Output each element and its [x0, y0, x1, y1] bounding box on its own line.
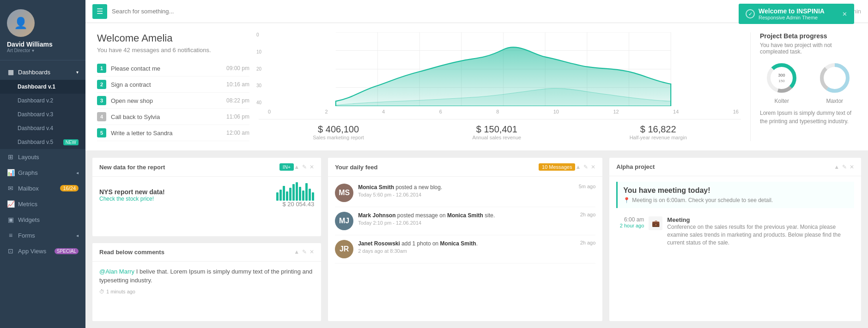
collapse-icon[interactable]: ▲ [294, 249, 299, 255]
close-icon[interactable]: ✕ [310, 164, 314, 170]
feed-item-1: MS Monica Smith posted a new blog. Today… [335, 179, 595, 207]
mini-bar [276, 192, 279, 201]
close-icon[interactable]: ✕ [591, 164, 595, 170]
layouts-icon: ⊞ [7, 153, 14, 161]
sidebar-item-dashboard-v4[interactable]: Dashboard v.4 [0, 121, 85, 135]
edit-icon[interactable]: ✎ [302, 164, 307, 170]
collapse-icon[interactable]: ▲ [294, 164, 299, 170]
close-icon[interactable]: ✕ [310, 249, 314, 255]
clock-icon: ⏱ [99, 289, 104, 294]
menu-toggle-button[interactable]: ☰ [92, 4, 107, 19]
sidebar-item-layouts[interactable]: ⊞ Layouts [0, 149, 85, 165]
mailbox-badge: 16/24 [60, 185, 79, 191]
sidebar-item-dashboard-v1[interactable]: Dashboard v.1 [0, 80, 85, 94]
edit-icon[interactable]: ✎ [583, 164, 588, 170]
alpha-widget-body: You have meeting today! 📍 Meeting is on … [609, 176, 861, 321]
mini-bar [286, 191, 288, 201]
report-widget-controls: ▲ ✎ ✕ [294, 164, 314, 170]
comment-text: @Alan Marry I belive that. Lorem Ipsum i… [99, 267, 314, 285]
mini-bar [302, 191, 304, 201]
sidebar-item-forms[interactable]: ≡ Forms ◂ [0, 227, 85, 243]
collapse-icon[interactable]: ▲ [575, 164, 581, 170]
meeting-details: Meeting Conference on the sales results … [667, 216, 854, 246]
sidebar-item-graphs[interactable]: 📊 Graphs ◂ [0, 165, 85, 180]
meeting-icon: 💼 [649, 216, 662, 230]
msg-num-5: 5 [97, 128, 106, 137]
toast-close-button[interactable]: ✕ [842, 11, 847, 18]
welcome-subtitle: You have 42 messages and 6 notifications… [97, 47, 249, 54]
mini-bar [289, 188, 291, 201]
mini-bar-chart [276, 182, 314, 201]
feed-avatar-2: MJ [335, 212, 353, 230]
briefcase-icon: 💼 [652, 220, 660, 227]
msg-num-2: 2 [97, 80, 106, 89]
msg-text-3: Open new shop [111, 97, 222, 104]
toast-check-icon: ✓ [746, 9, 755, 18]
sidebar-item-dashboard-v3[interactable]: Dashboard v.3 [0, 107, 85, 121]
sidebar-profile: 👤 David Williams Art Director ▾ [0, 0, 85, 60]
feed-content-2: Mark Johnson posted message on Monica Sm… [358, 212, 576, 227]
report-widget: New data for the report IN+ ▲ ✎ ✕ NYS re… [92, 158, 321, 236]
comment-mention[interactable]: @Alan Marry [99, 268, 134, 275]
donut-maxtor: Maxtor [819, 62, 851, 104]
toast-subtitle: Responsive Admin Theme [759, 15, 825, 20]
feed-date-1: Today 5:60 pm - 12.06.2014 [358, 191, 574, 198]
forms-icon: ≡ [7, 232, 14, 239]
feed-widget-body: MS Monica Smith posted a new blog. Today… [328, 177, 602, 321]
feed-ago-3: 2h ago [580, 240, 596, 245]
report-amount: $ 20 054.43 [276, 201, 314, 208]
feed-widget-controls: ▲ ✎ ✕ [575, 164, 595, 170]
nav-section: ▦ Dashboards ▾ Dashboard v.1 Dashboard v… [0, 60, 85, 262]
alpha-meeting-banner: You have meeting today! 📍 Meeting is on … [616, 182, 854, 208]
sidebar-item-app-views[interactable]: ⊡ App Views SPECIAL [0, 243, 85, 259]
mailbox-icon: ✉ [7, 185, 14, 192]
new-badge: NEW [63, 139, 79, 145]
msg-text-2: Sign a contract [111, 81, 222, 88]
toast-content: Welcome to INSPINIA Responsive Admin The… [759, 7, 825, 20]
toast-notification: ✓ Welcome to INSPINIA Responsive Admin T… [739, 4, 854, 24]
profile-role[interactable]: Art Director ▾ [7, 48, 79, 53]
comments-widget: Read below comments ▲ ✎ ✕ @Alan Marry I … [92, 243, 321, 322]
feed-text-3: Janet Rosowski add 1 photo on Monica Smi… [358, 240, 576, 255]
comments-widget-title: Read below comments [99, 249, 294, 256]
collapse-icon[interactable]: ▲ [834, 164, 839, 170]
close-icon[interactable]: ✕ [850, 164, 854, 170]
report-chart-right: $ 20 054.43 [276, 182, 314, 208]
content-area: Welcome Amelia You have 42 messages and … [85, 23, 868, 328]
search-input[interactable] [112, 8, 776, 15]
welcome-section: Welcome Amelia You have 42 messages and … [85, 23, 868, 151]
stat-value-3: $ 16,822 [630, 124, 687, 135]
sidebar-item-dashboard-v5[interactable]: Dashboard v.5 NEW [0, 135, 85, 149]
sidebar-item-widgets[interactable]: ▣ Widgets [0, 212, 85, 227]
report-content-subtitle[interactable]: Check the stock price! [99, 196, 165, 202]
stat-item-2: $ 150,401 Annual sales revenue [472, 124, 521, 140]
left-column: New data for the report IN+ ▲ ✎ ✕ NYS re… [92, 158, 321, 321]
bottom-section: New data for the report IN+ ▲ ✎ ✕ NYS re… [85, 151, 868, 328]
feed-text-2: Mark Johnson posted message on Monica Sm… [358, 212, 576, 227]
alpha-meeting-title: You have meeting today! [623, 186, 849, 195]
svg-text:150: 150 [779, 79, 785, 83]
edit-icon[interactable]: ✎ [302, 249, 307, 255]
mini-bar [279, 190, 282, 201]
feed-widget-title: Your daily feed [335, 164, 535, 171]
sidebar-item-mailbox[interactable]: ✉ Mailbox 16/24 [0, 180, 85, 196]
dashboard-sub-nav: Dashboard v.1 Dashboard v.2 Dashboard v.… [0, 80, 85, 149]
sidebar-item-dashboards[interactable]: ▦ Dashboards ▾ [0, 64, 85, 80]
donut-maxtor-svg [819, 62, 851, 94]
mini-bar [309, 189, 311, 201]
mini-bar [299, 187, 301, 201]
meeting-entry: 6:00 am 2 hour ago 💼 Meeting Conference … [616, 213, 854, 250]
mini-bar [305, 183, 308, 201]
sidebar-item-metrics[interactable]: 📈 Metrics [0, 196, 85, 212]
stat-item-1: $ 406,100 Sales marketing report [313, 124, 364, 140]
alpha-meeting-location: 📍 Meeting is on 6:00am. Check your sched… [623, 197, 849, 203]
main-content: ☰ Welcome to INSPINIA+ Admin ✓ Welcome t… [85, 0, 868, 328]
edit-icon[interactable]: ✎ [842, 164, 847, 170]
widgets-icon: ▣ [7, 216, 14, 223]
sidebar-item-dashboard-v2[interactable]: Dashboard v.2 [0, 94, 85, 107]
special-badge: SPECIAL [55, 248, 79, 254]
project-subtitle: You have two project with not compleated… [760, 42, 856, 55]
msg-time-5: 12:00 am [226, 130, 249, 136]
graphs-icon: 📊 [7, 169, 14, 176]
report-widget-title: New data for the report [99, 164, 276, 171]
